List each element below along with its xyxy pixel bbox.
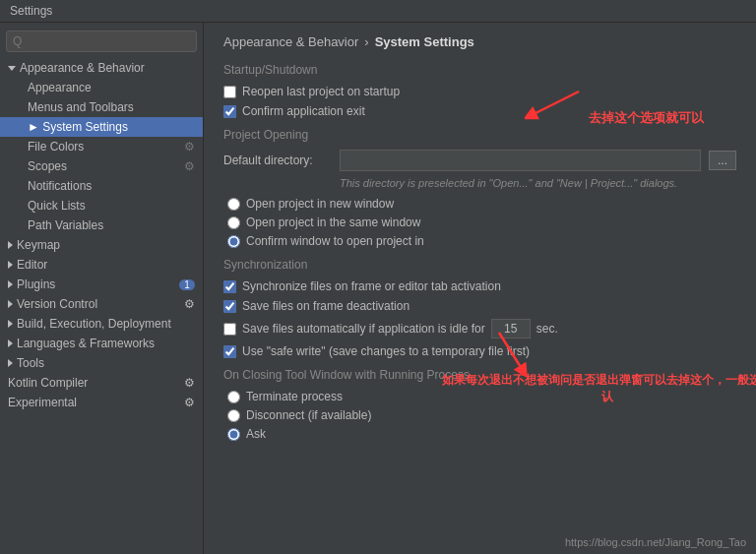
sidebar-item-menus-toolbars[interactable]: Menus and Toolbars [0,97,203,117]
chevron-right-icon [8,359,13,367]
radio-confirm-window-row: Confirm window to open project in [227,234,736,248]
ask-row: Ask [227,427,736,441]
sidebar-item-version-control[interactable]: Version Control ⚙ [0,294,203,314]
disconnect-row: Disconnect (if available) [227,408,736,422]
sidebar-item-keymap[interactable]: Keymap [0,235,203,255]
annotation-text-2: 如果每次退出不想被询问是否退出弹窗可以去掉这个，一般选默认 [440,372,756,405]
sidebar-group-label: Appearance & Behavior [20,61,145,75]
sidebar-item-path-variables[interactable]: Path Variables [0,215,203,235]
annotation-arrow-2 [494,328,553,377]
save-idle-label: Save files automatically if application … [242,322,485,336]
chevron-right-icon [8,280,13,288]
annotation-text-1: 去掉这个选项就可以 [589,109,746,127]
disconnect-label: Disconnect (if available) [246,408,371,422]
save-idle-row: Save files automatically if application … [223,319,736,339]
radio-same-window[interactable] [227,216,240,229]
sidebar-item-appearance[interactable]: Appearance [0,78,203,97]
sidebar-item-notifications[interactable]: Notifications [0,176,203,196]
breadcrumb-system-settings: System Settings [375,34,474,49]
ask-label: Ask [246,427,266,441]
sidebar: Appearance & Behavior Appearance Menus a… [0,23,204,554]
safe-write-label: Use "safe write" (save changes to a temp… [242,344,530,358]
sidebar-item-file-colors[interactable]: File Colors ⚙ [0,137,203,156]
sidebar-item-build[interactable]: Build, Execution, Deployment [0,314,203,334]
gear-icon: ⚙ [184,396,195,409]
radio-disconnect[interactable] [227,409,240,422]
reopen-last-project-checkbox[interactable] [223,86,236,98]
chevron-down-icon [8,66,16,71]
synchronization-label: Synchronization [223,258,736,272]
radio-new-window-label: Open project in new window [246,197,394,211]
sidebar-item-languages[interactable]: Languages & Frameworks [0,334,203,353]
chevron-right-icon [8,339,13,347]
radio-new-window-row: Open project in new window [227,197,736,211]
default-dir-input[interactable] [340,150,701,171]
safe-write-checkbox[interactable] [223,345,236,358]
breadcrumb: Appearance & Behavior › System Settings [223,34,736,49]
radio-ask[interactable] [227,428,240,441]
title-bar: Settings [0,0,756,23]
annotation-arrow-1 [525,87,584,126]
svg-line-3 [499,333,524,372]
title-label: Settings [10,4,52,18]
browse-button[interactable]: ... [709,151,736,170]
save-frame-label: Save files on frame deactivation [242,299,410,313]
sidebar-item-quick-lists[interactable]: Quick Lists [0,196,203,215]
reopen-last-project-label: Reopen last project on startup [242,85,400,98]
save-idle-checkbox[interactable] [223,323,236,336]
radio-confirm-window[interactable] [227,235,240,248]
sidebar-item-system-settings[interactable]: ► System Settings [0,117,203,137]
content-area: Appearance & Behavior › System Settings … [204,23,756,554]
default-dir-label: Default directory: [223,154,332,167]
search-input[interactable] [6,31,197,52]
sync-frame-row: Synchronize files on frame or editor tab… [223,279,736,293]
svg-line-1 [530,92,579,116]
radio-same-window-row: Open project in the same window [227,215,736,229]
save-frame-checkbox[interactable] [223,300,236,313]
chevron-right-icon [8,300,13,308]
project-opening-label: Project Opening [223,128,736,142]
save-frame-row: Save files on frame deactivation [223,299,736,313]
gear-icon: ⚙ [184,376,195,390]
sync-frame-label: Synchronize files on frame or editor tab… [242,279,501,293]
chevron-right-icon [8,320,13,328]
sidebar-item-tools[interactable]: Tools [0,353,203,373]
chevron-right-icon [8,261,13,269]
radio-confirm-window-label: Confirm window to open project in [246,234,424,248]
sidebar-item-editor[interactable]: Editor [0,255,203,275]
radio-new-window[interactable] [227,198,240,211]
confirm-exit-checkbox[interactable] [223,105,236,118]
default-dir-row: Default directory: ... [223,150,736,171]
sync-frame-checkbox[interactable] [223,280,236,293]
confirm-exit-label: Confirm application exit [242,104,365,118]
watermark: https://blog.csdn.net/Jiang_Rong_Tao [565,536,746,548]
reopen-last-project-row: Reopen last project on startup [223,85,736,98]
sidebar-item-kotlin-compiler[interactable]: Kotlin Compiler ⚙ [0,373,203,393]
gear-icon: ⚙ [184,297,195,311]
terminate-label: Terminate process [246,390,343,403]
gear-icon: ⚙ [184,140,195,154]
safe-write-row: Use "safe write" (save changes to a temp… [223,344,736,358]
sidebar-item-appearance-behavior[interactable]: Appearance & Behavior [0,58,203,78]
hint-text: This directory is preselected in "Open..… [340,177,736,189]
sidebar-item-experimental[interactable]: Experimental ⚙ [0,393,203,412]
chevron-right-icon [8,241,13,249]
plugins-badge: 1 [179,279,195,290]
breadcrumb-appearance-behavior: Appearance & Behavior [223,34,358,49]
sidebar-item-scopes[interactable]: Scopes ⚙ [0,156,203,176]
breadcrumb-separator: › [364,34,368,49]
sidebar-item-plugins[interactable]: Plugins 1 [0,275,203,294]
radio-same-window-label: Open project in the same window [246,215,420,229]
startup-shutdown-label: Startup/Shutdown [223,63,736,77]
radio-terminate[interactable] [227,391,240,403]
gear-icon: ⚙ [184,159,195,173]
